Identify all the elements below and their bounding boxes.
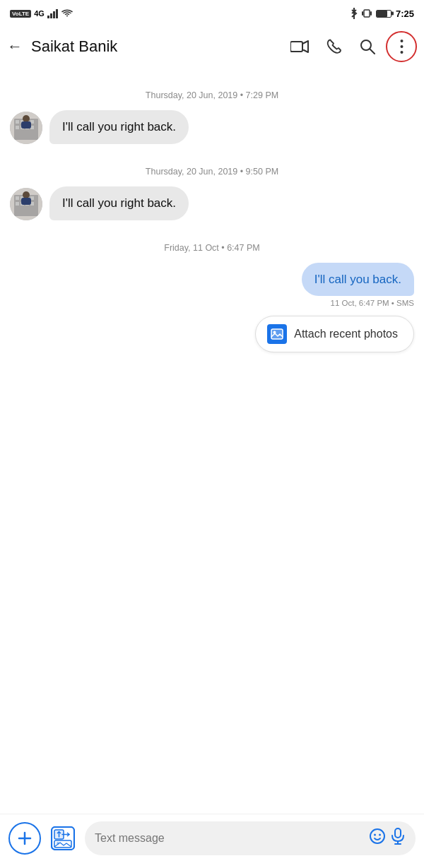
svg-rect-3 — [56, 9, 58, 18]
app-bar: ← Saikat Banik — [0, 25, 424, 68]
svg-marker-9 — [302, 41, 308, 52]
signal-bars-icon — [47, 8, 59, 18]
timestamp-1: Thursday, 20 Jun, 2019 • 7:29 PM — [10, 90, 414, 100]
svg-point-13 — [400, 45, 403, 48]
microphone-icon — [390, 828, 406, 845]
wifi-icon — [61, 9, 73, 18]
svg-rect-1 — [50, 13, 52, 18]
bubble-outgoing: I'll call you back. — [302, 263, 414, 297]
bluetooth-icon — [351, 8, 358, 19]
text-input-wrapper[interactable] — [85, 821, 416, 855]
gallery-icon — [51, 826, 75, 850]
contact-name: Saikat Banik — [31, 37, 284, 56]
search-icon — [360, 39, 375, 54]
status-right: 7:25 — [351, 8, 414, 19]
text-message-input[interactable] — [95, 832, 365, 845]
svg-rect-7 — [370, 11, 372, 16]
add-attachment-button[interactable] — [8, 822, 41, 855]
vibrate-icon — [362, 8, 372, 18]
svg-rect-8 — [290, 42, 302, 52]
gallery-button[interactable] — [47, 822, 79, 855]
image-icon — [271, 328, 283, 340]
svg-rect-54 — [395, 828, 401, 838]
status-bar: VoLTE 4G 7:25 — [0, 0, 424, 25]
svg-point-52 — [374, 834, 376, 836]
svg-rect-2 — [53, 11, 55, 18]
svg-rect-17 — [16, 120, 19, 124]
app-bar-actions — [284, 31, 417, 62]
attach-photos-row: Attach recent photos — [10, 316, 414, 352]
svg-rect-38 — [21, 198, 31, 205]
plus-icon — [18, 831, 32, 845]
attach-photos-button[interactable]: Attach recent photos — [255, 316, 414, 352]
mic-button[interactable] — [390, 828, 406, 849]
attach-photos-icon — [267, 324, 287, 344]
svg-rect-5 — [364, 10, 370, 17]
message-row-incoming-1: I'll call you right back. — [10, 110, 414, 144]
phone-call-button[interactable] — [318, 31, 349, 62]
emoji-icon — [369, 828, 386, 845]
message-row-outgoing: I'll call you back. 11 Oct, 6:47 PM • SM… — [10, 263, 414, 308]
svg-rect-33 — [16, 202, 19, 206]
svg-rect-21 — [16, 126, 19, 129]
bubble-incoming-1: I'll call you right back. — [49, 110, 189, 144]
volte-badge: VoLTE — [10, 10, 31, 18]
svg-point-12 — [400, 40, 403, 42]
svg-point-37 — [23, 191, 30, 198]
more-options-button[interactable] — [386, 31, 417, 62]
battery-icon — [376, 10, 391, 18]
svg-rect-26 — [21, 121, 31, 129]
status-left: VoLTE 4G — [10, 8, 73, 18]
signal-4g: 4G — [34, 9, 45, 18]
search-button[interactable] — [352, 31, 383, 62]
avatar-1 — [10, 112, 42, 144]
video-call-button[interactable] — [284, 31, 315, 62]
svg-point-53 — [379, 834, 381, 836]
emoji-button[interactable] — [369, 828, 386, 849]
time-display: 7:25 — [396, 8, 414, 19]
timestamp-3: Friday, 11 Oct • 6:47 PM — [10, 243, 414, 253]
phone-icon — [326, 39, 341, 54]
bubble-incoming-2: I'll call you right back. — [49, 186, 189, 220]
message-meta: 11 Oct, 6:47 PM • SMS — [331, 299, 414, 307]
attach-photos-label: Attach recent photos — [294, 328, 398, 340]
svg-point-14 — [400, 51, 403, 54]
svg-rect-29 — [16, 196, 19, 200]
svg-rect-6 — [362, 11, 363, 16]
message-row-incoming-2: I'll call you right back. — [10, 186, 414, 220]
more-vertical-icon — [400, 39, 404, 54]
svg-point-25 — [23, 115, 30, 122]
svg-point-51 — [370, 829, 384, 843]
avatar-2 — [10, 188, 42, 220]
chat-area: Thursday, 20 Jun, 2019 • 7:29 PM — [0, 90, 424, 726]
avatar-image-1 — [10, 112, 42, 144]
svg-rect-39 — [271, 329, 283, 339]
back-button[interactable]: ← — [7, 39, 23, 54]
avatar-image-2 — [10, 188, 42, 220]
input-bar — [0, 814, 424, 868]
video-camera-icon — [290, 40, 309, 53]
timestamp-2: Thursday, 20 Jun, 2019 • 9:50 PM — [10, 167, 414, 177]
svg-rect-0 — [47, 16, 49, 18]
svg-line-11 — [370, 49, 375, 54]
